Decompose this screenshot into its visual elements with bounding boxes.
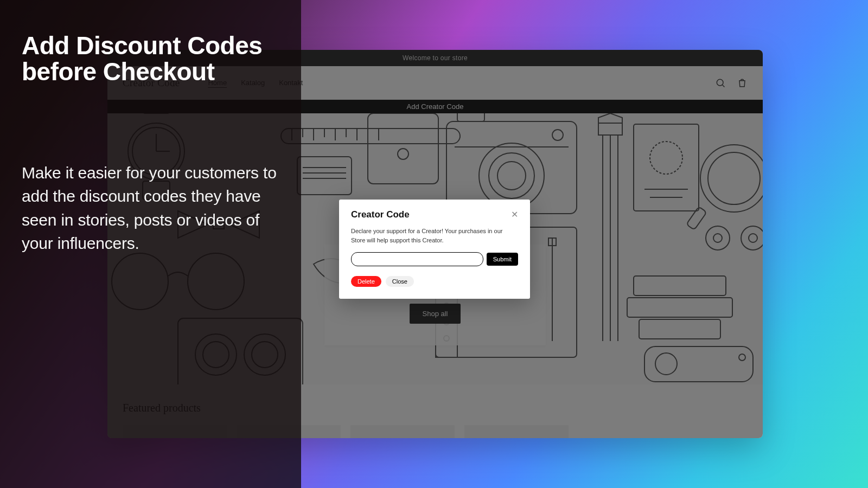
creator-code-input[interactable] bbox=[351, 252, 483, 266]
submit-button[interactable]: Submit bbox=[487, 253, 518, 266]
close-icon[interactable]: ✕ bbox=[511, 210, 518, 219]
close-button[interactable]: Close bbox=[386, 276, 414, 287]
modal-title: Creator Code bbox=[351, 209, 410, 220]
creator-code-modal: Creator Code ✕ Declare your support for … bbox=[339, 200, 530, 299]
delete-button[interactable]: Delete bbox=[351, 276, 381, 287]
modal-description: Declare your support for a Creator! Your… bbox=[351, 227, 518, 245]
